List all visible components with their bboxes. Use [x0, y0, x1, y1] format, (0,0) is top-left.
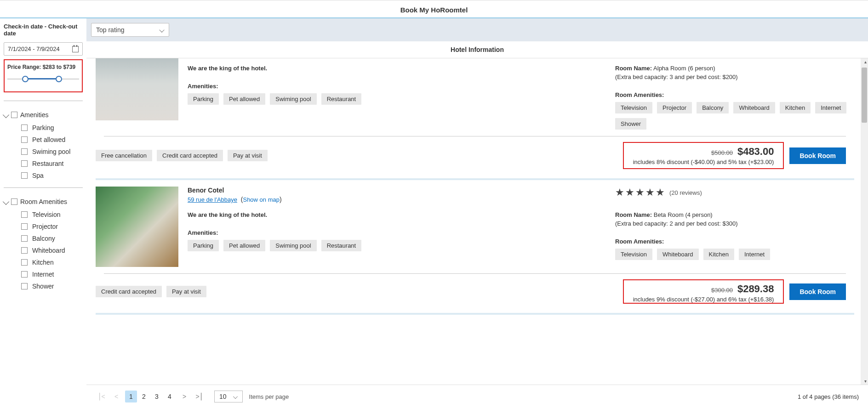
hotel-slogan: We are the king of the hotel. [188, 65, 606, 72]
hotel-thumb [96, 187, 178, 267]
filter-label: Projector [32, 223, 58, 230]
sidebar: Check-in date - Check-out date 7/1/2024 … [0, 18, 86, 408]
page-size-select[interactable]: 10 [214, 391, 243, 402]
checkbox[interactable] [21, 211, 28, 218]
hotel-address-link[interactable]: 59 rue de l'Abbaye [188, 196, 237, 203]
pager-page-button[interactable]: 2 [138, 391, 150, 402]
checkbox[interactable] [21, 247, 28, 254]
new-price: $289.38 [737, 283, 774, 295]
filter-label: Television [32, 211, 60, 218]
checkbox[interactable] [21, 235, 28, 242]
tag: Swiming pool [270, 93, 316, 105]
room-amenities-header[interactable]: Room Amenities [4, 196, 83, 207]
scroll-down-icon[interactable]: ▾ [864, 379, 867, 384]
tag: Pay at visit [166, 286, 206, 297]
scrollbar[interactable]: ▴ ▾ [861, 58, 868, 385]
checkbox[interactable] [21, 160, 28, 167]
date-range-input[interactable]: 7/1/2024 - 7/9/2024 [4, 42, 83, 56]
scroll-up-icon[interactable]: ▴ [864, 59, 867, 64]
hotel-card: Benor Cotel 59 rue de l'Abbaye (Show on … [96, 180, 854, 315]
star-rating: ★★★★★ [615, 187, 666, 198]
filter-item[interactable]: Television [21, 211, 83, 218]
price-range-label: Price Range: $283 to $739 [7, 64, 79, 70]
chevron-down-icon [159, 27, 164, 32]
filter-item[interactable]: Internet [21, 271, 83, 278]
checkbox[interactable] [21, 136, 28, 143]
checkbox[interactable] [21, 125, 28, 131]
pager-page-button[interactable]: 3 [151, 391, 163, 402]
amenities-checkbox-all[interactable] [11, 112, 17, 118]
tag: Television [615, 102, 652, 113]
filter-item[interactable]: Projector [21, 223, 83, 230]
book-room-button[interactable]: Book Room [789, 283, 846, 300]
hotel-name: Benor Cotel [188, 187, 606, 194]
checkbox[interactable] [21, 283, 28, 289]
filter-item[interactable]: Parking [21, 124, 83, 131]
amenities-filter: Amenities ParkingPet allowedSwiming pool… [4, 109, 83, 179]
price-box: $500.00 $483.00 includes 8% discount (-$… [623, 142, 784, 169]
app-title: Book My HoRoomtel [0, 0, 868, 18]
checkbox[interactable] [21, 223, 28, 230]
pager-page-button[interactable]: 1 [125, 391, 137, 402]
filter-label: Shower [32, 283, 54, 290]
pager-info: 1 of 4 pages (36 items) [798, 393, 859, 400]
checkbox[interactable] [21, 148, 28, 155]
old-price: $300.00 [711, 287, 733, 294]
filter-item[interactable]: Restaurant [21, 160, 83, 167]
filter-item[interactable]: Balcony [21, 235, 83, 242]
filter-label: Swiming pool [32, 148, 70, 155]
pager-next-button[interactable]: > [178, 391, 190, 402]
tag: Whiteboard [657, 249, 698, 260]
checkbox[interactable] [21, 172, 28, 179]
checkbox[interactable] [21, 259, 28, 266]
tag: Swiming pool [270, 240, 316, 251]
pager: ⎮< < 1234 > >⎮ 10 Items per page 1 of 4 … [86, 385, 868, 408]
filter-item[interactable]: Kitchen [21, 259, 83, 266]
tag: Pet allowed [223, 240, 265, 251]
tag: Credit card accepted [96, 286, 162, 297]
scrollbar-thumb[interactable] [862, 68, 867, 123]
tag: Parking [188, 240, 219, 251]
calendar-icon [72, 46, 79, 52]
filter-item[interactable]: Spa [21, 172, 83, 179]
price-slider-handle-max[interactable] [56, 76, 62, 82]
filter-label: Spa [32, 172, 44, 179]
tag: Pay at visit [228, 150, 268, 161]
filter-item[interactable]: Shower [21, 283, 83, 290]
price-slider[interactable] [7, 75, 79, 84]
filter-item[interactable]: Pet allowed [21, 136, 83, 143]
sort-dropdown[interactable]: Top rating [91, 23, 169, 37]
hotel-slogan: We are the king of the hotel. [188, 211, 606, 218]
tag: Internet [815, 102, 846, 113]
room-name: Alpha Room (6 person) [652, 65, 715, 72]
room-amenities-checkbox-all[interactable] [11, 198, 17, 205]
sort-value: Top rating [96, 26, 124, 34]
filter-item[interactable]: Swiming pool [21, 148, 83, 155]
chevron-down-icon [3, 198, 9, 205]
pager-first-button[interactable]: ⎮< [96, 391, 108, 402]
amenities-header[interactable]: Amenities [4, 109, 83, 120]
filter-item[interactable]: Whiteboard [21, 247, 83, 254]
hotel-thumb [96, 58, 178, 120]
checkbox[interactable] [21, 271, 28, 278]
price-slider-fill [25, 78, 59, 79]
old-price: $500.00 [711, 149, 733, 156]
tag: Shower [615, 118, 646, 130]
sidebar-divider [4, 101, 83, 101]
amenities-label: Amenities: [188, 83, 606, 90]
main-panel: Top rating Hotel Information ▴ ▾ [86, 18, 868, 408]
price-slider-handle-min[interactable] [22, 76, 29, 82]
price-range-filter: Price Range: $283 to $739 [4, 59, 83, 92]
book-room-button[interactable]: Book Room [789, 147, 846, 164]
room-amenities-label: Room Amenities: [615, 91, 854, 98]
pager-last-button[interactable]: >⎮ [193, 391, 205, 402]
page-size-value: 10 [219, 393, 227, 400]
extra-bed-info: (Extra bed capacity: 3 and per bed cost:… [615, 74, 854, 80]
pager-page-button[interactable]: 4 [164, 391, 176, 402]
pager-prev-button[interactable]: < [110, 391, 122, 402]
tag: Restaurant [321, 93, 362, 105]
filter-label: Kitchen [32, 259, 54, 266]
show-on-map-link[interactable]: Show on map [243, 196, 280, 203]
amenities-label: Amenities: [188, 229, 606, 236]
amenities-title: Amenities [20, 111, 48, 119]
